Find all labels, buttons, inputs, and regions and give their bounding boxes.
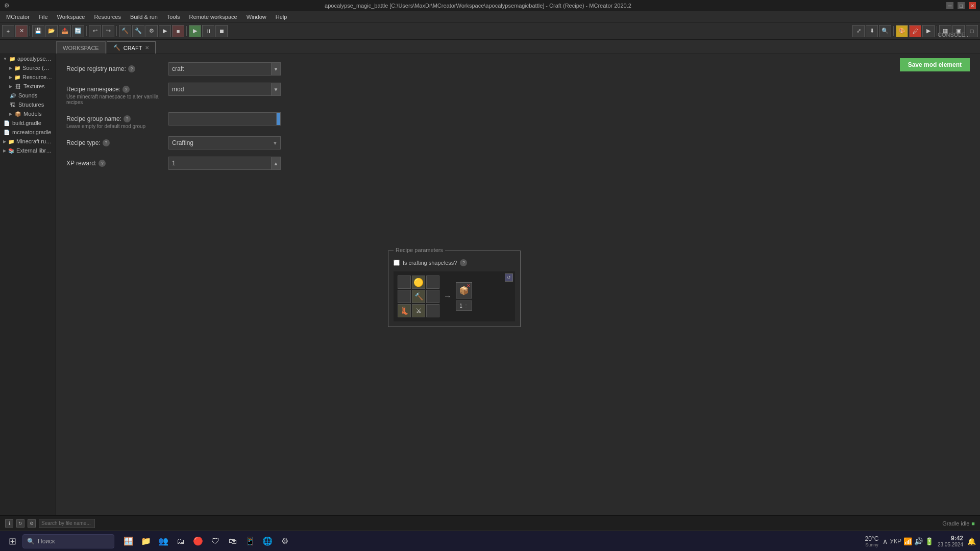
- toolbar-settings[interactable]: ⚙: [145, 25, 158, 37]
- sidebar-item-build-gradle[interactable]: 📄 build.gradle: [0, 118, 56, 128]
- recipe-registry-name-dropdown-btn[interactable]: ▼: [272, 62, 281, 76]
- console-label[interactable]: CONSOLE...: [932, 29, 976, 41]
- toolbar-undo[interactable]: ↩: [89, 25, 101, 37]
- toolbar-redo[interactable]: ↪: [102, 25, 114, 37]
- recipe-type-help[interactable]: ?: [103, 139, 110, 146]
- taskbar-search[interactable]: 🔍 Поиск: [22, 534, 114, 548]
- toolbar-open[interactable]: 📂: [45, 25, 58, 37]
- is-shapeless-checkbox[interactable]: [394, 260, 400, 266]
- taskbar-app-windows[interactable]: 🪟: [120, 533, 137, 549]
- sidebar-item-models[interactable]: ▶ 📦 Models: [0, 109, 56, 118]
- sidebar-item-mcreator-gradle[interactable]: 📄 mcreator.gradle: [0, 128, 56, 137]
- battery-icon[interactable]: 🔋: [925, 537, 934, 545]
- taskbar-start[interactable]: ⊞: [4, 533, 20, 549]
- grid-cell-2-0[interactable]: 👢: [398, 304, 411, 317]
- gradle-status: Gradle idle ■: [942, 520, 975, 527]
- wifi-icon[interactable]: 📶: [903, 537, 912, 545]
- tab-craft[interactable]: 🔨 CRAFT ✕: [107, 41, 156, 54]
- chevron-up-icon[interactable]: ∧: [883, 537, 888, 545]
- sidebar-item-textures[interactable]: ▶ 🖼 Textures: [0, 82, 56, 91]
- tab-craft-close[interactable]: ✕: [145, 45, 149, 51]
- taskbar-app-chrome[interactable]: 🌐: [259, 533, 276, 549]
- toolbar-color1[interactable]: 🎨: [896, 25, 908, 37]
- crafting-container: ↺ 🟡 🔨: [394, 271, 515, 321]
- sidebar-item-source[interactable]: ▶ 📁 Source (Gradle): [0, 63, 56, 72]
- sidebar-item-minecraft-run[interactable]: ▶ 📁 Minecraft run folde...: [0, 137, 56, 146]
- taskbar-app-files[interactable]: 🗂: [173, 533, 189, 549]
- bottom-info-button[interactable]: ℹ: [5, 519, 13, 528]
- recipe-group-name-help[interactable]: ?: [124, 115, 131, 122]
- recipe-namespace-help[interactable]: ?: [122, 86, 130, 93]
- toolbar-color2[interactable]: 🖊: [909, 25, 921, 37]
- volume-icon[interactable]: 🔊: [914, 537, 923, 545]
- grid-cell-0-1[interactable]: 🟡: [412, 276, 425, 289]
- toolbar-save[interactable]: 💾: [32, 25, 44, 37]
- taskbar-app-explorer[interactable]: 📁: [138, 533, 154, 549]
- menu-workspace[interactable]: Workspace: [53, 13, 89, 21]
- file-search-input[interactable]: [39, 519, 95, 528]
- recipe-namespace-dropdown-btn[interactable]: ▼: [272, 83, 281, 96]
- grid-cell-1-1[interactable]: 🔨: [412, 290, 425, 303]
- save-mod-element-button[interactable]: Save mod element: [900, 58, 970, 71]
- grid-cell-0-0[interactable]: [398, 276, 411, 289]
- grid-cell-0-2[interactable]: [426, 276, 439, 289]
- toolbar-refresh[interactable]: 🔄: [72, 25, 84, 37]
- sidebar-item-resources[interactable]: ▶ 📁 Resources (Grad...: [0, 72, 56, 82]
- toolbar-stop2[interactable]: ⏹: [215, 25, 228, 37]
- taskbar-app-teams[interactable]: 👥: [155, 533, 172, 549]
- toolbar-run[interactable]: ▶: [159, 25, 171, 37]
- taskbar-app-store[interactable]: 🛍: [225, 533, 241, 549]
- close-button[interactable]: ✕: [969, 2, 976, 9]
- xp-reward-help[interactable]: ?: [99, 160, 106, 167]
- maximize-button[interactable]: □: [958, 2, 965, 9]
- is-shapeless-help[interactable]: ?: [460, 259, 467, 266]
- xp-reward-up-btn[interactable]: ▲: [272, 157, 281, 170]
- bottom-settings-button[interactable]: ⚙: [28, 519, 36, 528]
- toolbar-build[interactable]: 🔨: [119, 25, 131, 37]
- menu-mcreator[interactable]: MCreator: [2, 13, 34, 21]
- toolbar-build2[interactable]: 🔧: [132, 25, 144, 37]
- sidebar-item-sounds[interactable]: 🔊 Sounds: [0, 91, 56, 100]
- taskbar-app-security[interactable]: 🛡: [207, 533, 224, 549]
- recipe-registry-name-help[interactable]: ?: [128, 65, 135, 72]
- clear-button[interactable]: ↺: [505, 273, 513, 282]
- grid-cell-1-2[interactable]: [426, 290, 439, 303]
- notification-icon[interactable]: 🔔: [967, 537, 976, 545]
- minimize-button[interactable]: ─: [946, 2, 953, 9]
- sidebar-item-project[interactable]: ▼ 📁 apocalypsemagicba: [0, 54, 56, 63]
- menu-build-run[interactable]: Build & run: [126, 13, 162, 21]
- toolbar-export[interactable]: 📤: [59, 25, 71, 37]
- xp-reward-input[interactable]: [168, 157, 272, 170]
- grid-cell-2-2[interactable]: [426, 304, 439, 317]
- sidebar-item-structures[interactable]: 🏗 Structures: [0, 100, 56, 109]
- grid-cell-2-1[interactable]: ⚔: [412, 304, 425, 317]
- menu-file[interactable]: File: [35, 13, 52, 21]
- menu-remote-workspace[interactable]: Remote workspace: [185, 13, 241, 21]
- toolbar-filter[interactable]: 🔍: [879, 25, 891, 37]
- toolbar-expand[interactable]: ⤢: [852, 25, 865, 37]
- bottom-refresh-button[interactable]: ↻: [16, 519, 24, 528]
- menu-help[interactable]: Help: [272, 13, 291, 21]
- menu-resources[interactable]: Resources: [90, 13, 125, 21]
- toolbar-pause[interactable]: ⏸: [202, 25, 214, 37]
- toolbar-run-green[interactable]: ▶: [189, 25, 201, 37]
- recipe-registry-name-input[interactable]: [168, 62, 272, 76]
- keyboard-icon[interactable]: УКР: [890, 538, 901, 545]
- menu-tools[interactable]: Tools: [163, 13, 184, 21]
- taskbar-app-viber[interactable]: 📱: [242, 533, 258, 549]
- taskbar-app-opera[interactable]: 🔴: [190, 533, 206, 549]
- toolbar-collapse[interactable]: ⬇: [866, 25, 878, 37]
- taskbar-app-mcreator[interactable]: ⚙: [277, 533, 293, 549]
- recipe-namespace-input[interactable]: [168, 83, 272, 96]
- toolbar-add[interactable]: +: [2, 25, 14, 37]
- menu-window[interactable]: Window: [242, 13, 271, 21]
- grid-cell-1-0[interactable]: [398, 290, 411, 303]
- recipe-type-select[interactable]: Crafting Smelting Blasting Smoking Campf…: [168, 136, 281, 149]
- recipe-group-name-input[interactable]: [168, 112, 277, 126]
- sidebar-item-external-libs[interactable]: ▶ 📚 External libraries: [0, 146, 56, 155]
- tab-workspace[interactable]: WORKSPACE: [56, 41, 106, 54]
- taskbar-clock[interactable]: 9:42 23.05.2024: [938, 535, 963, 547]
- toolbar-remove[interactable]: ✕: [15, 25, 28, 37]
- toolbar-stop[interactable]: ■: [172, 25, 184, 37]
- result-cell[interactable]: 📦 ✕: [456, 282, 472, 298]
